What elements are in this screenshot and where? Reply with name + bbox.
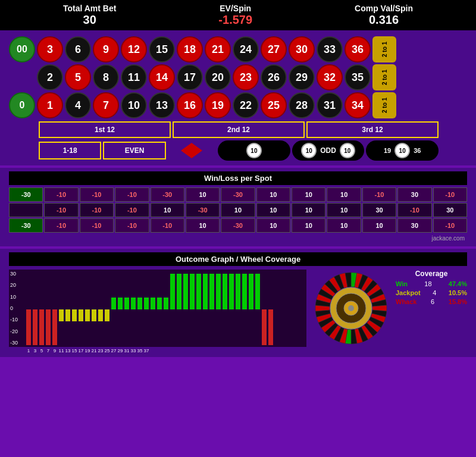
number-27[interactable]: 27 (261, 36, 287, 62)
number-12[interactable]: 12 (121, 36, 147, 62)
number-26[interactable]: 26 (261, 64, 287, 90)
number-32[interactable]: 32 (317, 64, 343, 90)
wl-r1c1[interactable]: -30 (9, 187, 43, 202)
bet-even[interactable]: EVEN (103, 142, 165, 159)
wl-r2c3[interactable]: -10 (115, 203, 149, 217)
wl-r1c6[interactable]: 10 (186, 187, 220, 202)
wl-r2c9[interactable]: 10 (327, 203, 361, 217)
number-20[interactable]: 20 (205, 64, 231, 90)
number-10[interactable]: 10 (121, 92, 147, 118)
wl-r3c9[interactable]: 10 (292, 218, 325, 233)
wl-r2c8[interactable]: 10 (292, 203, 325, 217)
number-24[interactable]: 24 (233, 36, 259, 62)
dozen-1st[interactable]: 1st 12 (39, 121, 171, 138)
x-label-33: 33 (130, 348, 136, 353)
number-11[interactable]: 11 (121, 64, 147, 90)
number-00[interactable]: 00 (9, 36, 35, 62)
number-28[interactable]: 28 (289, 92, 315, 118)
number-2[interactable]: 2 (37, 64, 63, 90)
wl-r2c4[interactable]: 10 (151, 203, 184, 217)
number-1[interactable]: 1 (37, 92, 63, 118)
wl-r3c2[interactable]: -10 (44, 218, 78, 233)
number-8[interactable]: 8 (93, 64, 119, 90)
wl-r3c6[interactable]: 10 (186, 218, 220, 233)
wl-r3c1[interactable]: -30 (9, 218, 43, 233)
number-30[interactable]: 30 (289, 36, 315, 62)
dozen-2nd[interactable]: 2nd 12 (173, 121, 305, 138)
wl-r1c4[interactable]: -10 (115, 187, 149, 202)
wl-r2c5[interactable]: -30 (186, 203, 220, 217)
number-18[interactable]: 18 (177, 36, 203, 62)
wl-r3c10[interactable]: 10 (327, 218, 361, 233)
label-19[interactable]: 19 (384, 147, 391, 154)
number-17[interactable]: 17 (177, 64, 203, 90)
number-15[interactable]: 15 (149, 36, 175, 62)
number-21[interactable]: 21 (205, 36, 231, 62)
wl-r3c3[interactable]: -10 (80, 218, 114, 233)
label-36[interactable]: 36 (414, 147, 421, 154)
number-14[interactable]: 14 (149, 64, 175, 90)
number-13[interactable]: 13 (149, 92, 175, 118)
wl-r1c11[interactable]: -10 (362, 187, 396, 202)
x-label-15: 15 (71, 348, 77, 353)
bar-8 (78, 272, 84, 347)
wl-r3c11[interactable]: 10 (362, 218, 396, 233)
number-9[interactable]: 9 (93, 36, 119, 62)
chip-10[interactable]: 10 (246, 143, 262, 158)
wl-r3c13[interactable]: -10 (433, 218, 467, 233)
number-22[interactable]: 22 (233, 92, 259, 118)
dozen-3rd[interactable]: 3rd 12 (306, 121, 439, 138)
number-5[interactable]: 5 (65, 64, 91, 90)
wl-r2c7[interactable]: 10 (256, 203, 290, 217)
wl-r1c13[interactable]: -10 (433, 187, 467, 202)
number-3[interactable]: 3 (37, 36, 63, 62)
wl-r2c1[interactable]: -10 (44, 203, 78, 217)
wl-r3c12[interactable]: 30 (397, 218, 431, 233)
side-2to1-mid[interactable]: 2 to 1 (372, 64, 396, 90)
number-31[interactable]: 31 (317, 92, 343, 118)
number-16[interactable]: 16 (177, 92, 203, 118)
side-2to1-top[interactable]: 2 to 1 (372, 36, 396, 62)
number-33[interactable]: 33 (317, 36, 343, 62)
number-4[interactable]: 4 (65, 92, 91, 118)
red-diamond[interactable] (168, 142, 216, 159)
comp-val-col: Comp Val/Spin 0.316 (355, 4, 413, 27)
wl-r1c7[interactable]: -30 (221, 187, 255, 202)
wl-r1c2[interactable]: -10 (44, 187, 78, 202)
number-25[interactable]: 25 (261, 92, 287, 118)
chip-1936[interactable]: 10 (394, 143, 410, 158)
wl-r3c7[interactable]: -30 (221, 218, 255, 233)
side-2to1-bot[interactable]: 2 to 1 (372, 92, 396, 118)
number-6[interactable]: 6 (65, 36, 91, 62)
x-label-17: 17 (78, 348, 84, 353)
jackpot-label: Jackpot (396, 289, 421, 296)
bet-1-18[interactable]: 1-18 (39, 142, 101, 159)
wl-r3c8[interactable]: 10 (256, 218, 290, 233)
wl-r3c5[interactable]: -10 (151, 218, 184, 233)
wl-r2c11[interactable]: -10 (397, 203, 431, 217)
chip-odd-left[interactable]: 10 (301, 143, 317, 158)
number-23[interactable]: 23 (233, 64, 259, 90)
number-34[interactable]: 34 (345, 92, 371, 118)
wl-r3c4[interactable]: -10 (115, 218, 149, 233)
chip-odd-right[interactable]: 10 (340, 143, 355, 158)
wl-r2c2[interactable]: -10 (80, 203, 114, 217)
wl-r2c6[interactable]: 10 (221, 203, 255, 217)
jackpot-pct: 10.5% (449, 289, 467, 296)
wl-r1c10[interactable]: 10 (327, 187, 361, 202)
number-35[interactable]: 35 (345, 64, 371, 90)
number-7[interactable]: 7 (93, 92, 119, 118)
number-19[interactable]: 19 (205, 92, 231, 118)
wl-r2c0[interactable] (9, 203, 43, 217)
wl-r2c12[interactable]: 30 (433, 203, 467, 217)
number-0[interactable]: 0 (9, 92, 35, 118)
wl-r1c12[interactable]: 30 (397, 187, 431, 202)
wl-r1c8[interactable]: 10 (256, 187, 290, 202)
number-36[interactable]: 36 (345, 36, 371, 62)
wl-r1c5[interactable]: -30 (151, 187, 184, 202)
wl-r2c10[interactable]: 30 (362, 203, 396, 217)
wl-r1c3[interactable]: -10 (80, 187, 114, 202)
odd-label[interactable]: ODD (320, 146, 336, 155)
number-29[interactable]: 29 (289, 64, 315, 90)
wl-r1c9[interactable]: 10 (292, 187, 325, 202)
